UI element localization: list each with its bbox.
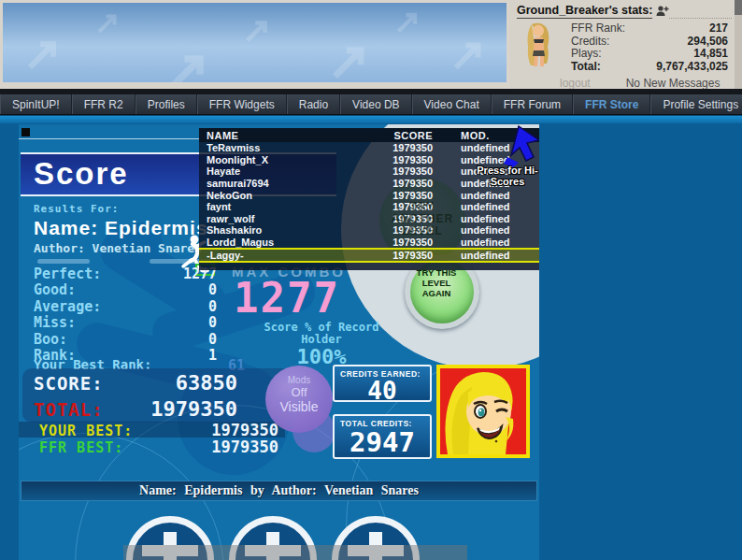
hiscores-header-row: NAME SCORE MOD. <box>199 128 539 142</box>
judge-value: 0 <box>208 315 217 331</box>
stats-label: FFR Rank: <box>571 22 625 36</box>
trend-arrow-icon <box>330 40 371 81</box>
record-percent-block: Score % of Record Holder 100% <box>247 322 396 368</box>
mods-title: Mods <box>265 375 333 385</box>
blue-divider-strip <box>0 115 742 123</box>
player-mod: undefined <box>433 237 539 248</box>
judge-label: Boo: <box>34 332 67 348</box>
press-hiscores-label[interactable]: Press for Hi-Scores <box>473 165 539 187</box>
your-best-value: 1979350 <box>211 421 278 439</box>
col-header-score: SCORE <box>341 130 433 141</box>
page: Ground_Breaker's stats: FFR Ra <box>0 0 742 560</box>
nav-item-ffr-store[interactable]: FFR Store <box>573 94 650 114</box>
anime-girl-face <box>440 368 526 454</box>
mods-visibility: Visible <box>265 399 333 414</box>
judge-value: 0 <box>208 282 217 298</box>
scrollbar[interactable] <box>735 0 742 89</box>
player-score: 1979350 <box>341 142 433 153</box>
hiscores-row: rawr_wolf 1979350 undefined <box>199 213 539 225</box>
judge-label: Good: <box>34 282 76 298</box>
player-name: faynt <box>199 201 341 212</box>
scrollbar-thumb[interactable] <box>735 0 742 15</box>
banner-gradient <box>3 3 507 82</box>
trend-arrow-icon <box>244 16 272 44</box>
stats-value: 9,767,433,025 <box>656 61 728 74</box>
max-combo-value: 1277 <box>234 274 340 322</box>
character-portrait <box>436 365 530 458</box>
avatar <box>519 22 560 67</box>
hiscores-row: Lordd_Magus 1979350 undefined <box>199 237 539 249</box>
player-name: Lordd_Magus <box>199 237 341 248</box>
player-name: -Laggy- <box>199 250 341 261</box>
title-underline <box>669 5 732 19</box>
main-navbar: SpinItUP! FFR R2 Profiles FFR Widgets Ra… <box>0 94 742 115</box>
judge-row: Perfect: 1277 <box>34 266 217 282</box>
total-label: TOTAL: <box>34 399 104 420</box>
disc-label-band <box>123 545 467 560</box>
stats-row: Credits: 294,506 <box>571 36 728 49</box>
trend-arrow-icon <box>451 36 487 72</box>
player-mod: undefined <box>433 190 539 201</box>
stage-corner-square <box>21 128 30 136</box>
judge-value: 0 <box>208 332 217 348</box>
trend-arrow-icon <box>166 48 211 82</box>
player-mod: undefined <box>433 250 539 261</box>
song-info-bar: Name: Epidermis by Author: Venetian Snar… <box>21 481 537 501</box>
nav-item-radio[interactable]: Radio <box>287 94 340 114</box>
hiscores-row: NekoGon 1979350 undefined <box>199 189 539 201</box>
stats-value: 217 <box>709 22 728 36</box>
judge-row: Average: 0 <box>34 299 217 315</box>
record-percent-label: Score % of Record Holder <box>247 322 396 346</box>
try-another-level-label: TRY ANOTHER LEVEL <box>389 201 456 237</box>
hiscores-table: NAME SCORE MOD. TeRavmiss 1979350 undefi… <box>199 128 539 270</box>
add-buddy-icon[interactable] <box>656 5 669 17</box>
score-row: SCORE: 63850 <box>22 368 292 395</box>
messages-status[interactable]: No New Messages <box>626 77 721 90</box>
hiscores-row-current-user: -Laggy- 1979350 undefined <box>199 248 539 263</box>
nav-item-spinitup[interactable]: SpinItUP! <box>0 94 72 114</box>
hiscores-row: Shashakiro 1979350 undefined <box>199 224 539 237</box>
ffr-best-label: FFR BEST: <box>39 439 123 456</box>
judgement-list: Perfect: 1277 Good: 0 Average: 0 Miss: 0… <box>34 266 217 364</box>
player-name: Moonlight_X <box>199 154 341 165</box>
user-stats-panel: Ground_Breaker's stats: FFR Ra <box>509 0 742 89</box>
nav-item-video-db[interactable]: Video DB <box>340 94 411 114</box>
stats-value: 14,851 <box>693 48 728 61</box>
player-score: 1979350 <box>341 190 433 201</box>
nav-item-profile-settings[interactable]: Profile Settings <box>650 94 742 114</box>
player-name: Hayate <box>199 165 341 177</box>
credits-earned-box: CREDITS EARNED: 40 <box>333 365 432 402</box>
site-banner <box>0 0 509 89</box>
player-name: NekoGon <box>199 190 341 201</box>
hiscores-footer-bar <box>199 263 539 270</box>
judge-value: 0 <box>208 299 217 315</box>
judge-row: Boo: 0 <box>34 332 217 348</box>
player-name: rawr_wolf <box>199 213 341 224</box>
player-score: 1979350 <box>341 165 433 177</box>
score-value: 63850 <box>176 371 237 395</box>
total-value: 1979350 <box>150 397 237 421</box>
ffr-best-row: FFR BEST: 1979350 <box>39 438 278 456</box>
credits-earned-value: 40 <box>335 379 430 403</box>
judge-label: Average: <box>34 299 101 315</box>
total-credits-box: TOTAL CREDITS: 2947 <box>333 414 432 459</box>
player-score: 1979350 <box>341 250 433 261</box>
logout-link[interactable]: logout <box>560 77 591 90</box>
total-credits-value: 2947 <box>335 429 430 456</box>
hiscores-row: faynt 1979350 undefined <box>199 201 539 213</box>
ffr-best-value: 1979350 <box>211 438 278 456</box>
nav-item-profiles[interactable]: Profiles <box>136 94 197 114</box>
nav-item-video-chat[interactable]: Video Chat <box>412 94 492 114</box>
judge-row: Good: 0 <box>34 282 217 298</box>
judge-row: Miss: 0 <box>34 315 217 331</box>
stats-row: FFR Rank: 217 <box>571 22 728 36</box>
nav-item-ffr-r2[interactable]: FFR R2 <box>72 94 136 114</box>
score-label: SCORE: <box>34 373 104 394</box>
blue-cursor-icon[interactable] <box>491 125 539 168</box>
nav-item-ffr-forum[interactable]: FFR Forum <box>492 94 573 114</box>
nav-item-ffr-widgets[interactable]: FFR Widgets <box>197 94 287 114</box>
song-info-text: Name: Epidermis by Author: Venetian Snar… <box>21 481 536 500</box>
judge-label: Miss: <box>34 315 76 331</box>
trend-arrow-icon <box>96 10 121 35</box>
player-name: samurai7694 <box>199 178 341 189</box>
